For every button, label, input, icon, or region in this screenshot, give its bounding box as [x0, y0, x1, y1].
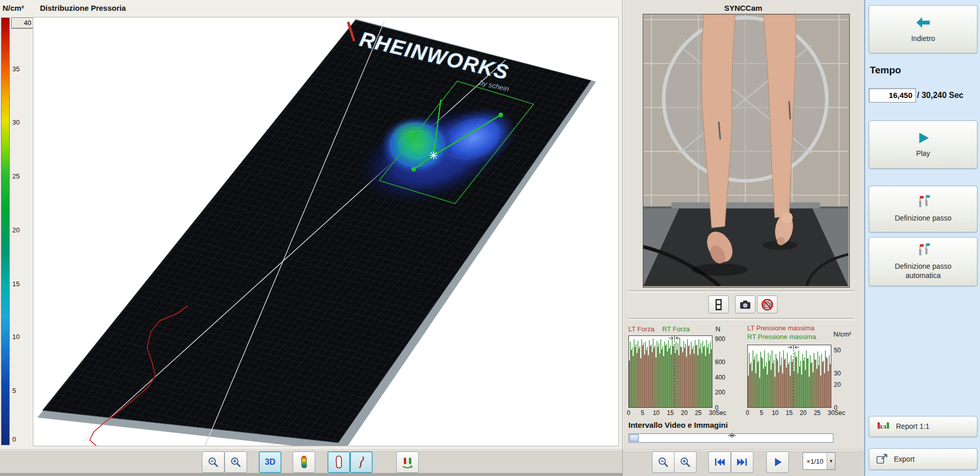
y-tick-label: 200 [715, 389, 725, 396]
x-tick-label: 10 [653, 409, 660, 417]
export-button-label: Export [894, 454, 914, 464]
x-tick-label: 30 [828, 409, 834, 417]
frame-forward-button[interactable] [731, 451, 753, 473]
export-button[interactable]: Export [869, 448, 977, 470]
play-triangle-icon [916, 131, 930, 145]
force-rt-label: RT Forza [662, 325, 690, 333]
zoom-in-button[interactable] [224, 451, 247, 473]
play-triangle-icon [771, 455, 784, 469]
scale-max-box[interactable]: 40 [11, 17, 34, 29]
scale-tick-label: 25 [12, 172, 19, 180]
magnifier-minus-icon [657, 456, 669, 468]
gait-line-icon [355, 455, 368, 469]
filmstrip-icon [712, 298, 725, 311]
pressure-3d-viewport[interactable]: RHEINWORKS by schein [33, 17, 619, 446]
treadmill [643, 202, 848, 286]
scale-tick-label: 5 [12, 387, 16, 394]
synccam-title: SYNCCam [622, 4, 864, 12]
pressure-plate [43, 20, 591, 443]
force-chart-plot[interactable] [628, 335, 712, 408]
scale-tick-label: 15 [12, 280, 19, 288]
arrow-left-icon [914, 15, 932, 30]
pressure-distribution-panel: N/cm² Distribuzione Pressoria 40 35 30 2… [0, 0, 622, 476]
x-tick-label: 10 [772, 409, 779, 417]
x-tick-label: 15 [786, 409, 792, 417]
back-button[interactable]: Indietro [869, 5, 977, 53]
report-icon-text: 1:1 [880, 424, 886, 429]
step-definition-auto-icon [915, 243, 931, 257]
x-tick-label: 5 [760, 409, 763, 417]
x-tick-label: 20 [800, 409, 806, 417]
foot-colormap-icon [298, 455, 310, 469]
y-tick-label: 50 [834, 347, 841, 354]
video-zoom-out-button[interactable] [652, 451, 675, 473]
back-button-label: Indietro [911, 34, 935, 43]
x-tick-label: 15 [667, 409, 673, 417]
snapshot-button[interactable] [735, 295, 756, 313]
current-time-field[interactable]: 16,450 [869, 88, 916, 103]
y-tick-label: 900 [715, 335, 725, 343]
x-tick-label: 5 [641, 409, 644, 417]
feet-compare-button[interactable] [396, 451, 419, 473]
interval-label: Intervallo Video e Immagini [628, 421, 728, 429]
x-tick-label: 25 [814, 409, 821, 417]
force-unit-label: N [716, 325, 720, 333]
y-tick-label: 400 [715, 374, 725, 381]
interval-cursor-marker [727, 431, 737, 438]
x-unit-label: Sec [716, 409, 726, 417]
foot-colormap-button[interactable] [293, 451, 315, 473]
snapshot-disabled-button[interactable] [757, 295, 778, 313]
scale-tick-label: 35 [12, 65, 19, 73]
left-panel-title: Distribuzione Pressoria [40, 4, 126, 12]
play-button[interactable]: Play [869, 121, 977, 169]
playback-speed-value: ×1/10 [803, 458, 827, 465]
view-3d-button[interactable]: 3D [259, 451, 281, 473]
pressure-chart-plot[interactable] [747, 345, 831, 408]
magnifier-plus-icon [679, 456, 691, 468]
magnifier-plus-icon [230, 456, 242, 468]
gait-analysis-app: N/cm² Distribuzione Pressoria 40 35 30 2… [0, 0, 980, 476]
record-video-button[interactable] [708, 295, 729, 313]
export-icon [875, 453, 889, 465]
pressure-color-scale [1, 17, 10, 445]
step-definition-auto-button[interactable]: Definizione passo automatica [869, 237, 977, 286]
step-definition-icon [915, 195, 931, 209]
interval-slider[interactable] [628, 433, 833, 443]
report-button[interactable]: 1:1 Report 1:1 [869, 416, 977, 437]
cop-cross-marker [430, 151, 438, 160]
playback-speed-select[interactable]: ×1/10 ▼ [803, 452, 835, 470]
camera-disabled-icon [761, 298, 774, 311]
interval-slider-handle[interactable] [629, 434, 639, 442]
foot-outline-button[interactable] [328, 451, 350, 473]
magnifier-minus-icon [207, 456, 219, 468]
play-button-label: Play [916, 149, 930, 158]
x-tick-label: 0 [627, 409, 630, 417]
video-zoom-in-button[interactable] [674, 451, 697, 473]
frame-back-icon [713, 455, 726, 469]
scale-tick-label: 0 [12, 435, 16, 443]
foot-outline-icon [333, 455, 345, 469]
separator [628, 318, 854, 320]
pressure-rt-label: RT Pressione massima [747, 333, 816, 341]
y-tick-label: 30 [834, 370, 841, 377]
step-definition-button[interactable]: Definizione passo [869, 186, 977, 232]
force-chart: LT Forza RT Forza N 9006004002000 051015… [628, 324, 737, 421]
camera-icon [739, 298, 752, 311]
report-button-label: Report 1:1 [896, 422, 929, 431]
chevron-down-icon[interactable]: ▼ [827, 453, 835, 469]
pressure-chart: LT Pressione massima RT Pressione massim… [747, 324, 856, 421]
separator [628, 290, 854, 292]
tempo-heading: Tempo [870, 65, 901, 76]
video-scene [643, 14, 848, 286]
view-3d-label: 3D [265, 458, 275, 467]
gait-line-button[interactable] [350, 451, 373, 473]
scale-unit-label: N/cm² [3, 4, 24, 12]
y-tick-label: 600 [715, 359, 725, 366]
zoom-out-button[interactable] [202, 451, 224, 473]
pressure-unit-label: N/cm² [833, 330, 851, 338]
report-1to1-icon: 1:1 [875, 421, 891, 433]
video-play-button[interactable] [766, 451, 789, 473]
x-unit-label: Sec [834, 409, 845, 417]
y-tick-label: 20 [834, 381, 841, 388]
frame-back-button[interactable] [708, 451, 731, 473]
